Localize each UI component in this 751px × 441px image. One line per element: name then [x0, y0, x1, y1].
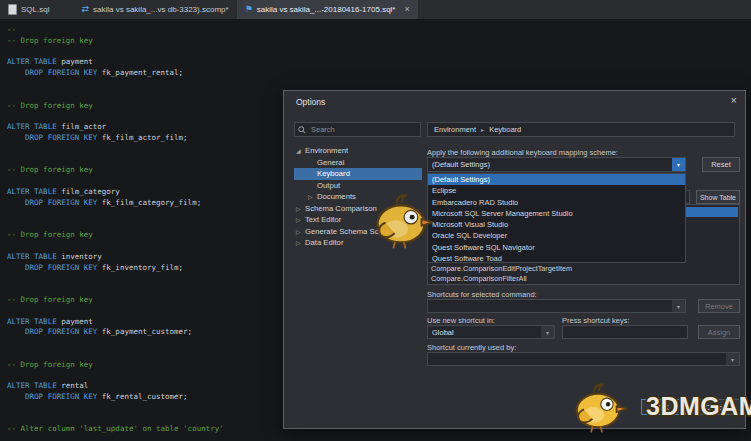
show-table-button[interactable]: Show Table [696, 190, 740, 204]
chevron-down-icon[interactable]: ▾ [541, 326, 554, 338]
code-token: ALTER TABLE [7, 122, 61, 131]
apply-scheme-label: Apply the following additional keyboard … [427, 148, 618, 157]
code-token: film_actor [61, 122, 106, 131]
code-line [7, 79, 751, 90]
tab-sync-script[interactable]: ⚑ sakila vs sakila_...-20180416-1705.sql… [237, 0, 418, 19]
chevron-down-icon[interactable]: ▾ [672, 300, 685, 312]
code-line [7, 47, 751, 58]
chevron-down-icon[interactable]: ▾ [672, 158, 685, 171]
code-line: -- Drop foreign key [7, 36, 751, 47]
tree-expanded-icon[interactable]: ◢ [296, 147, 305, 154]
scheme-combobox-value: (Default Settings) [432, 158, 490, 171]
shortcuts-combobox[interactable]: ▾ [427, 299, 686, 313]
scheme-combobox[interactable]: (Default Settings) ▾ [427, 157, 686, 172]
use-new-shortcut-label: Use new shortcut in: [427, 316, 495, 325]
scheme-option[interactable]: Microsoft SQL Server Management Studio [428, 208, 685, 219]
code-token: payment [61, 317, 93, 326]
shortcut-used-by-combobox[interactable]: ▾ [427, 352, 740, 366]
code-token: fk_film_actor_film; [102, 133, 188, 142]
code-token: fk_payment_customer; [102, 327, 192, 336]
breadcrumb-item[interactable]: Environment [434, 125, 476, 134]
tree-item-keyboard[interactable]: Keyboard [294, 168, 422, 180]
tree-item-text-editor[interactable]: ▷Text Editor [294, 214, 422, 226]
code-line: ALTER TABLE payment [7, 57, 751, 68]
breadcrumb: Environment ▸ Keyboard [427, 122, 735, 137]
code-token: ALTER TABLE [7, 252, 61, 261]
code-token: fk_film_category_film; [102, 198, 201, 207]
assign-button[interactable]: Assign [698, 325, 740, 339]
tree-collapsed-icon[interactable]: ▷ [296, 239, 305, 246]
tree-item-generate-schema-script[interactable]: ▷Generate Schema Script [294, 226, 422, 238]
scheme-option[interactable]: Oracle SQL Developer [428, 230, 685, 241]
options-tree: ◢EnvironmentGeneralKeyboardOutput▷Docume… [294, 145, 422, 249]
press-shortcut-input[interactable] [563, 326, 687, 338]
command-item[interactable]: Compare.ComparisonEditProjectTargetItem [431, 264, 572, 274]
code-token: fk_rental_customer; [102, 392, 188, 401]
tree-collapsed-icon[interactable]: ▷ [296, 216, 305, 223]
tree-collapsed-icon[interactable]: ▷ [308, 193, 317, 200]
code-token: ALTER TABLE [7, 317, 61, 326]
code-line: -- [7, 25, 751, 36]
tab-close-icon[interactable]: × [404, 5, 409, 14]
code-token: DROP FOREIGN KEY [7, 327, 102, 336]
press-shortcut-field[interactable] [562, 325, 688, 339]
shortcut-scope-value: Global [432, 326, 454, 338]
breadcrumb-item[interactable]: Keyboard [489, 125, 521, 134]
scheme-option[interactable]: Quest Software Toad [428, 253, 685, 263]
tree-item-label: Keyboard [317, 169, 350, 178]
code-token: DROP FOREIGN KEY [7, 198, 102, 207]
code-token: film_category [61, 187, 120, 196]
code-token: -- Drop foreign key [7, 360, 93, 369]
scheme-option[interactable]: Microsoft Visual Studio [428, 219, 685, 230]
options-dialog: Options × Environment ▸ Keyboard ◢Enviro… [283, 90, 746, 429]
tab-sql[interactable]: SQL.sql [0, 0, 57, 19]
scheme-option[interactable]: Quest Software SQL Navigator [428, 242, 685, 253]
dialog-close-icon[interactable]: × [731, 94, 737, 106]
press-shortcut-label: Press shortcut keys: [562, 316, 630, 325]
code-token: DROP FOREIGN KEY [7, 263, 102, 272]
app-window: SQL.sql ⇄ sakila vs sakila_...vs db-3323… [0, 0, 751, 441]
scheme-dropdown-list: (Default Settings)EclipseEmbarcadero RAD… [427, 173, 686, 263]
command-item[interactable]: Compare.ComparisonFilterAll [431, 274, 527, 284]
flag-icon: ⚑ [245, 5, 253, 14]
code-token: DROP FOREIGN KEY [7, 392, 102, 401]
tab-schema-compare[interactable]: ⇄ sakila vs sakila_...vs db-3323).scomp* [73, 0, 236, 19]
reset-button[interactable]: Reset [702, 157, 740, 172]
tab-label: SQL.sql [21, 5, 49, 14]
tree-item-output[interactable]: Output [294, 180, 422, 192]
code-token: DROP FOREIGN KEY [7, 68, 102, 77]
scheme-option[interactable]: Eclipse [428, 185, 685, 196]
tree-item-data-editor[interactable]: ▷Data Editor [294, 237, 422, 249]
code-token: inventory [61, 252, 102, 261]
options-search[interactable] [294, 122, 421, 137]
code-token: fk_inventory_film; [102, 263, 183, 272]
ok-button[interactable]: OK [641, 399, 686, 415]
tree-item-documents[interactable]: ▷Documents [294, 191, 422, 203]
code-token: -- Drop foreign key [7, 165, 93, 174]
tree-collapsed-icon[interactable]: ▷ [296, 228, 305, 235]
tab-label: sakila vs sakila_...vs db-3323).scomp* [93, 5, 229, 14]
cancel-button[interactable]: Cancel [693, 399, 740, 415]
dialog-title: Options [296, 97, 325, 107]
shortcut-scope-combobox[interactable]: Global ▾ [427, 325, 555, 339]
tree-item-label: General [317, 158, 344, 167]
code-token: ALTER TABLE [7, 57, 61, 66]
tree-item-label: Schema Comparison [305, 204, 377, 213]
scheme-option[interactable]: (Default Settings) [428, 174, 685, 185]
tree-item-label: Data Editor [305, 238, 343, 247]
tree-collapsed-icon[interactable]: ▷ [296, 205, 305, 212]
tree-item-general[interactable]: General [294, 157, 422, 169]
chevron-down-icon[interactable]: ▾ [726, 353, 739, 365]
shortcut-used-by-label: Shortcut currently used by: [427, 343, 516, 352]
code-token: -- Alter column 'last_update' on table '… [7, 424, 224, 433]
scheme-option[interactable]: Embarcadero RAD Studio [428, 197, 685, 208]
code-token: -- Drop foreign key [7, 295, 93, 304]
code-token: -- Drop foreign key [7, 36, 93, 45]
shortcuts-label: Shortcuts for selected command: [427, 290, 537, 299]
search-input[interactable] [309, 124, 417, 135]
tree-item-environment[interactable]: ◢Environment [294, 145, 422, 157]
tree-item-label: Text Editor [305, 215, 341, 224]
tree-item-label: Environment [305, 146, 348, 155]
remove-button[interactable]: Remove [698, 299, 740, 313]
tree-item-schema-comparison[interactable]: ▷Schema Comparison [294, 203, 422, 215]
